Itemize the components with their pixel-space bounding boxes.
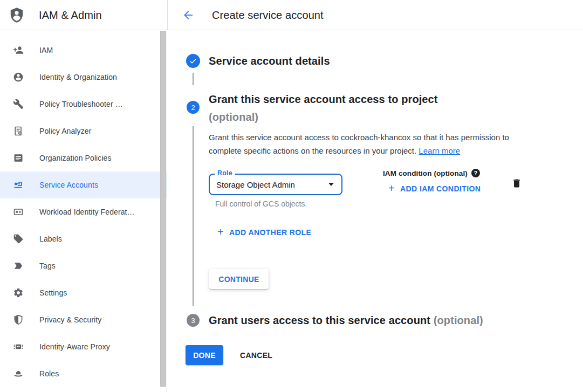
- sidebar-item-label: Service Accounts: [39, 181, 98, 189]
- gear-icon: [13, 287, 24, 298]
- top-bar: IAM & Admin Create service account: [0, 0, 583, 30]
- sidebar-item-label: Roles: [39, 369, 59, 378]
- stepper-connector-line: [193, 126, 194, 306]
- sidebar-nav: IAM Identity & Organization Policy Troub…: [0, 31, 167, 392]
- sidebar-item-label: Identity & Organization: [39, 73, 117, 81]
- step3-number-badge: 3: [187, 314, 200, 327]
- step2-title: Grant this service account access to pro…: [209, 91, 438, 108]
- back-arrow-icon[interactable]: [182, 9, 195, 22]
- label-tag-icon: [13, 233, 24, 244]
- step1-title[interactable]: Service account details: [209, 54, 330, 68]
- wrench-icon: [13, 99, 24, 109]
- sidebar-item-tags[interactable]: Tags: [0, 252, 167, 279]
- sidebar-item-label: Workload Identity Federat…: [39, 208, 135, 216]
- sidebar-item-labels[interactable]: Labels: [0, 225, 167, 252]
- role-select[interactable]: Role Storage Object Admin: [209, 174, 342, 195]
- sidebar-item-service-accounts[interactable]: Service Accounts: [0, 171, 167, 198]
- sidebar-item-privacy-security[interactable]: Privacy & Security: [0, 306, 167, 333]
- step3-optional-label: (optional): [434, 314, 483, 326]
- role-selected-value: Storage Object Admin: [216, 180, 295, 189]
- sidebar-item-label: Identity-Aware Proxy: [39, 342, 110, 351]
- app-title: IAM & Admin: [39, 9, 102, 22]
- badge-card-icon: [13, 207, 24, 217]
- step2-description: Grant this service account access to coc…: [209, 130, 529, 157]
- step2-number-badge: 2: [187, 101, 200, 114]
- step2-optional-label: (optional): [209, 108, 438, 126]
- add-another-role-label: ADD ANOTHER ROLE: [229, 228, 311, 237]
- step2-heading: Grant this service account access to pro…: [209, 91, 438, 126]
- sidebar-item-workload-identity-federation[interactable]: Workload Identity Federat…: [0, 198, 167, 225]
- sidebar-item-label: Policy Troubleshooter …: [39, 100, 123, 108]
- tag-arrow-icon: [13, 260, 24, 271]
- sidebar-scrollbar[interactable]: [160, 31, 166, 387]
- sidebar-item-roles[interactable]: Roles: [0, 360, 167, 387]
- app-header: IAM & Admin: [0, 0, 168, 30]
- add-iam-condition-label: ADD IAM CONDITION: [400, 184, 481, 193]
- sidebar-item-identity-organization[interactable]: Identity & Organization: [0, 64, 167, 91]
- sidebar-item-label: Tags: [39, 262, 56, 270]
- sidebar-item-label: IAM: [39, 46, 53, 54]
- hat-icon: [13, 368, 24, 379]
- proxy-grid-icon: [13, 341, 24, 352]
- page-title: Create service account: [212, 9, 324, 22]
- sidebar-item-label: Labels: [39, 235, 62, 243]
- sidebar-item-iam[interactable]: IAM: [0, 37, 167, 64]
- step3-title: Grant users access to this service accou…: [209, 314, 430, 326]
- iam-admin-screen: IAM & Admin Create service account IAM I…: [0, 0, 583, 392]
- document-search-icon: [13, 126, 24, 136]
- sidebar-item-label: Privacy & Security: [39, 315, 101, 324]
- sidebar-item-settings[interactable]: Settings: [0, 279, 167, 306]
- sidebar-item-label: Organization Policies: [39, 154, 112, 162]
- page-header: Create service account: [168, 0, 583, 30]
- sidebar-item-policy-analyzer[interactable]: Policy Analyzer: [0, 118, 167, 145]
- create-service-account-form: Service account details 2 Grant this ser…: [168, 30, 583, 392]
- sidebar-item-label: Settings: [39, 288, 67, 297]
- step1-complete-check-icon: [186, 54, 200, 68]
- chevron-down-icon: [328, 183, 334, 186]
- person-add-icon: [13, 45, 24, 56]
- learn-more-link[interactable]: Learn more: [419, 146, 460, 155]
- step2-description-text: Grant this service account access to coc…: [209, 133, 509, 155]
- sidebar-item-identity-aware-proxy[interactable]: Identity-Aware Proxy: [0, 333, 167, 360]
- shield-icon: [13, 314, 24, 325]
- iam-shield-logo-icon: [9, 7, 25, 23]
- role-helper-text: Full control of GCS objects.: [215, 200, 307, 208]
- role-field-label: Role: [215, 169, 235, 177]
- delete-role-trash-icon[interactable]: [511, 177, 523, 190]
- continue-button[interactable]: CONTINUE: [209, 269, 269, 289]
- service-account-key-icon: [13, 180, 24, 190]
- add-iam-condition-button[interactable]: + ADD IAM CONDITION: [388, 184, 481, 193]
- iam-condition-label-row: IAM condition (optional) ?: [383, 169, 480, 177]
- cancel-button[interactable]: CANCEL: [231, 345, 281, 365]
- sidebar-item-organization-policies[interactable]: Organization Policies: [0, 145, 167, 171]
- account-circle-icon: [13, 72, 24, 82]
- stepper-connector-line: [193, 73, 194, 85]
- iam-condition-label: IAM condition (optional): [383, 169, 468, 177]
- document-list-icon: [13, 153, 24, 163]
- help-icon[interactable]: ?: [471, 169, 480, 177]
- sidebar-item-label: Policy Analyzer: [39, 127, 91, 135]
- done-button[interactable]: DONE: [186, 345, 223, 365]
- add-another-role-button[interactable]: + ADD ANOTHER ROLE: [217, 228, 311, 237]
- sidebar-item-policy-troubleshooter[interactable]: Policy Troubleshooter …: [0, 91, 167, 118]
- step3-heading: Grant users access to this service accou…: [209, 314, 483, 327]
- plus-icon: +: [217, 228, 224, 236]
- plus-icon: +: [388, 184, 395, 192]
